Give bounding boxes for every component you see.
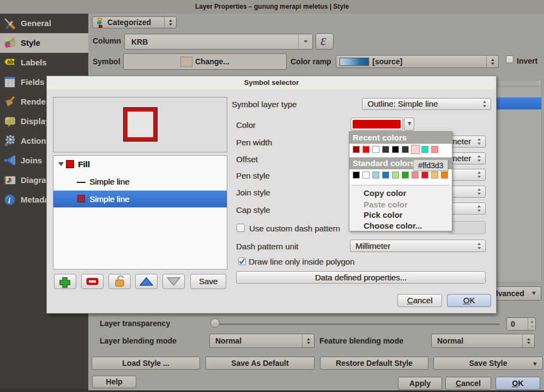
svg-text:abc: abc [7, 59, 16, 65]
